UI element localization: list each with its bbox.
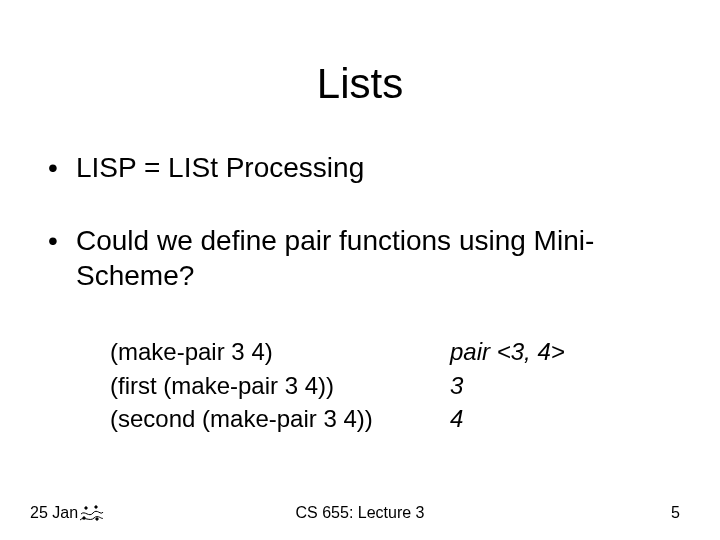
footer: 25 Jan CS 655: Lecture 3 5 [0, 496, 720, 522]
footer-course: CS 655: Lecture 3 [0, 504, 720, 522]
bullet-dot-icon: • [48, 150, 76, 185]
bullet-text: Could we define pair functions using Min… [76, 223, 680, 293]
example-row: (second (make-pair 3 4)) 4 [110, 402, 660, 436]
slide-title: Lists [0, 60, 720, 108]
example-result: pair <3, 4> [450, 335, 660, 369]
footer-page-number: 5 [671, 504, 680, 522]
bullet-dot-icon: • [48, 223, 76, 293]
example-block: (make-pair 3 4) pair <3, 4> (first (make… [110, 335, 660, 436]
example-expression: (make-pair 3 4) [110, 335, 450, 369]
decorative-doodle-icon [78, 500, 104, 526]
svg-point-3 [96, 518, 98, 520]
example-row: (make-pair 3 4) pair <3, 4> [110, 335, 660, 369]
example-result: 4 [450, 402, 660, 436]
example-row: (first (make-pair 3 4)) 3 [110, 369, 660, 403]
example-expression: (second (make-pair 3 4)) [110, 402, 450, 436]
bullet-list: • LISP = LISt Processing • Could we defi… [48, 150, 680, 331]
bullet-item: • LISP = LISt Processing [48, 150, 680, 185]
bullet-item: • Could we define pair functions using M… [48, 223, 680, 293]
bullet-text: LISP = LISt Processing [76, 150, 680, 185]
example-expression: (first (make-pair 3 4)) [110, 369, 450, 403]
svg-point-1 [95, 506, 97, 508]
slide: Lists • LISP = LISt Processing • Could w… [0, 0, 720, 540]
svg-point-0 [85, 507, 87, 509]
example-result: 3 [450, 369, 660, 403]
